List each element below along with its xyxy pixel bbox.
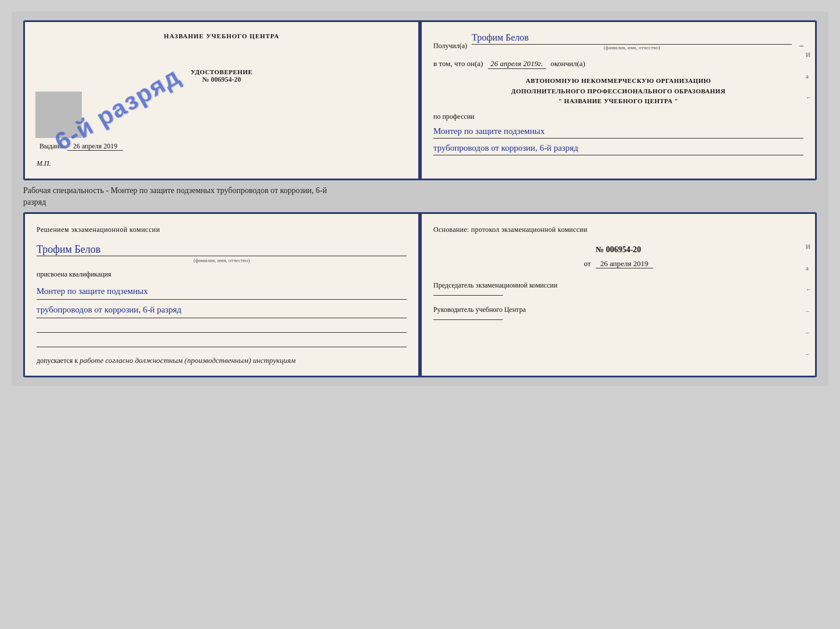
bottom-side-char-4: – <box>806 307 812 314</box>
cert-top-right-page: Получил(а) Трофим Белов (фамилия, имя, о… <box>422 22 815 179</box>
cert-received-sub: (фамилия, имя, отчество) <box>472 45 792 50</box>
bottom-qualification-line2: трубопроводов от коррозии, 6-й разряд <box>37 302 407 318</box>
cert-issued-label: Выдано <box>39 142 63 150</box>
bottom-chairman-sig-line <box>433 295 503 296</box>
cert-school-title: НАЗВАНИЕ УЧЕБНОГО ЦЕНТРА <box>37 32 407 39</box>
cert-completed-label: окончил(а) <box>551 59 585 68</box>
side-char-1: И <box>806 51 812 58</box>
bottom-date-value: 26 апреля 2019 <box>596 259 653 268</box>
cert-org-line1: АВТОНОМНУЮ НЕКОММЕРЧЕСКУЮ ОРГАНИЗАЦИЮ <box>433 76 803 86</box>
cert-profession-label: по профессии <box>433 112 803 121</box>
cert-bottom-left-page: Решением экзаменационной комиссии Трофим… <box>25 214 422 376</box>
bottom-допускается-label: допускается к <box>37 357 78 365</box>
bottom-name-sub: (фамилия, имя, отчество) <box>37 257 407 263</box>
bottom-right-date-section: от 26 апреля 2019 <box>433 259 803 268</box>
top-certificate: НАЗВАНИЕ УЧЕБНОГО ЦЕНТРА 6-й разряд УДОС… <box>23 20 817 180</box>
bottom-section-title: Решением экзаменационной комиссии <box>37 224 407 235</box>
bottom-допускается-section: допускается к работе согласно должностны… <box>37 356 407 365</box>
cert-issued-date: 26 апреля 2019 <box>67 142 123 151</box>
bottom-right-side-marks: И а ← – – – <box>806 243 812 357</box>
bottom-sig-line1 <box>37 321 407 333</box>
bottom-qualification-line1: Монтер по защите подземных <box>37 283 407 300</box>
cert-doc-number: № 006954-20 <box>37 75 407 84</box>
bottom-name: Трофим Белов <box>37 243 407 256</box>
cert-mp: М.П. <box>37 159 407 168</box>
cert-received-label: Получил(а) <box>433 42 467 50</box>
cert-org-line2: ДОПОЛНИТЕЛЬНОГО ПРОФЕССИОНАЛЬНОГО ОБРАЗО… <box>433 86 803 97</box>
cert-date-label: в том, что он(а) <box>433 59 483 68</box>
cert-date-value: 26 апреля 2019г. <box>488 59 546 69</box>
caption-line1: Рабочая специальность - Монтер по защите… <box>23 186 327 195</box>
caption-line2: разряд <box>23 198 46 206</box>
bottom-side-char-3: ← <box>806 286 812 293</box>
bottom-side-char-6: – <box>806 350 812 357</box>
cert-date-section: в том, что он(а) 26 апреля 2019г. окончи… <box>433 59 803 69</box>
cert-org-line3: " НАЗВАНИЕ УЧЕБНОГО ЦЕНТРА " <box>433 96 803 107</box>
cert-received-section: Получил(а) Трофим Белов (фамилия, имя, о… <box>433 32 803 50</box>
bottom-sig-line2 <box>37 336 407 347</box>
page-container: НАЗВАНИЕ УЧЕБНОГО ЦЕНТРА 6-й разряд УДОС… <box>12 12 828 386</box>
bottom-assigned-label: присвоена квалификация <box>37 270 407 279</box>
bottom-side-char-1: И <box>806 243 812 250</box>
bottom-right-number: № 006954-20 <box>433 245 803 254</box>
bottom-certificate: Решением экзаменационной комиссии Трофим… <box>23 212 817 377</box>
bottom-chairman-title: Председатель экзаменационной комиссии <box>433 280 803 290</box>
cert-doc-section: УДОСТОВЕРЕНИЕ <box>37 68 407 75</box>
cert-photo-placeholder <box>35 92 82 138</box>
bottom-director-title: Руководитель учебного Центра <box>433 304 803 315</box>
bottom-допускается-value-text: работе согласно должностным (производств… <box>79 356 295 365</box>
bottom-side-char-2: а <box>806 264 812 271</box>
bottom-right-osnov: Основание: протокол экзаменационной коми… <box>433 224 803 235</box>
cert-profession-value-line2: трубопроводов от коррозии, 6-й разряд <box>433 141 803 155</box>
cert-bottom-right-page: Основание: протокол экзаменационной коми… <box>422 214 815 376</box>
cert-received-name: Трофим Белов <box>472 32 792 45</box>
bottom-date-prefix: от <box>584 259 591 268</box>
side-char-3: ← <box>806 94 812 101</box>
bottom-director-sig-line <box>433 319 503 320</box>
cert-org-block: АВТОНОМНУЮ НЕКОММЕРЧЕСКУЮ ОРГАНИЗАЦИЮ ДО… <box>433 76 803 107</box>
side-char-2: а <box>806 72 812 79</box>
cert-right-side-marks: И а ← <box>806 51 812 101</box>
bottom-director-section: Руководитель учебного Центра <box>433 304 803 320</box>
bottom-chairman-section: Председатель экзаменационной комиссии <box>433 280 803 296</box>
cert-dash: – <box>799 41 803 50</box>
caption-text: Рабочая специальность - Монтер по защите… <box>23 185 817 208</box>
bottom-side-char-5: – <box>806 329 812 336</box>
cert-profession-value-line1: Монтер по защите подземных <box>433 124 803 139</box>
cert-issued-line: Выдано 26 апреля 2019 <box>37 142 407 151</box>
bottom-допускается-value: работе согласно должностным (производств… <box>79 356 295 365</box>
cert-top-left-page: НАЗВАНИЕ УЧЕБНОГО ЦЕНТРА 6-й разряд УДОС… <box>25 22 422 179</box>
